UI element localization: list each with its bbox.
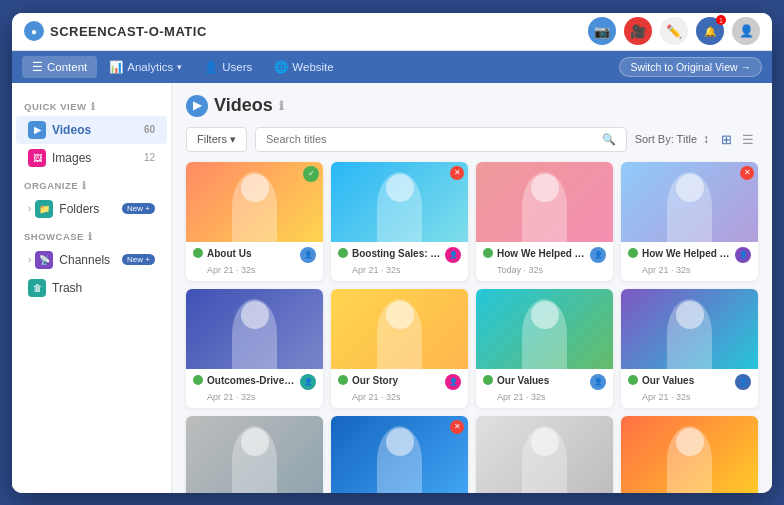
notification-icon[interactable]: 🔔 1 — [696, 17, 724, 45]
sort-direction-button[interactable]: ↕ — [703, 132, 709, 146]
logo-area: ● SCREENCAST-O-MATIC — [24, 21, 588, 41]
app-title: SCREENCAST-O-MATIC — [50, 24, 207, 39]
organize-label: ORGANIZE — [24, 180, 78, 191]
page-title: Videos — [214, 95, 273, 116]
video-thumbnail — [476, 162, 613, 242]
thumb-figure: ✕ — [331, 162, 468, 242]
content-tab-icon: ☰ — [32, 60, 43, 74]
thumb-figure — [186, 416, 323, 493]
video-avatar: 👤 — [735, 374, 751, 390]
thumb-figure — [621, 416, 758, 493]
video-title: How We Helped X&Co — [642, 247, 731, 260]
thumb-x-icon: ✕ — [450, 420, 464, 434]
camera-icon[interactable]: 📷 — [588, 17, 616, 45]
website-tab-icon: 🌐 — [274, 60, 288, 74]
search-input[interactable] — [266, 133, 596, 145]
tab-content[interactable]: ☰ Content — [22, 56, 97, 78]
thumb-figure — [476, 416, 613, 493]
video-card[interactable]: Outcomes-Driven Ap...👤Apr 21 · 32s — [186, 289, 323, 408]
video-status-dot — [628, 248, 638, 258]
video-info: Apr 21 · 32s — [628, 265, 751, 275]
filters-label: Filters ▾ — [197, 133, 236, 146]
video-status-dot — [483, 248, 493, 258]
video-card[interactable]: ✕Boosting Sales: X&Co👤Apr 21 · 32s — [331, 162, 468, 281]
page-title-icon: ▶ — [186, 95, 208, 117]
thumb-figure: ✕ — [621, 162, 758, 242]
showcase-info-icon: ℹ — [88, 231, 93, 242]
video-meta: How We Helped X&Co👤Apr 21 · 32s — [621, 242, 758, 281]
video-card[interactable]: How We Helped X&Co👤Today · 32s — [476, 162, 613, 281]
video-status-dot — [193, 375, 203, 385]
trash-label: Trash — [52, 281, 82, 295]
switch-view-button[interactable]: Switch to Original View → — [619, 57, 762, 77]
video-status-dot — [628, 375, 638, 385]
logo-icon: ● — [24, 21, 44, 41]
video-status-dot — [483, 375, 493, 385]
video-card[interactable]: ✕How We Helped X&Co👤Apr 21 · 32s — [621, 162, 758, 281]
sidebar: QUICK VIEW ℹ ▶ Videos 60 🖼 Images 12 ORG… — [12, 83, 172, 493]
thumb-figure — [621, 289, 758, 369]
video-card[interactable]: ✓About Us👤Apr 21 · 32s — [186, 162, 323, 281]
edit-icon[interactable]: ✏️ — [660, 17, 688, 45]
video-card[interactable]: The Numbers: Young...👤Apr 21 · 32s — [476, 416, 613, 493]
video-info: Apr 21 · 32s — [338, 265, 461, 275]
video-card[interactable]: Our Story👤Apr 21 · 32s — [331, 289, 468, 408]
sidebar-item-videos[interactable]: ▶ Videos 60 — [16, 116, 167, 144]
tab-users[interactable]: 👤 Users — [194, 56, 262, 78]
video-info: Apr 21 · 32s — [628, 392, 751, 402]
video-info: Apr 21 · 32s — [193, 392, 316, 402]
video-title-row: How We Helped X&Co👤 — [483, 247, 606, 263]
video-title: Boosting Sales: X&Co — [352, 247, 441, 260]
sort-label: Sort By: Title — [635, 133, 697, 145]
showcase-section: SHOWCASE ℹ — [12, 223, 171, 246]
video-title-row: Our Values👤 — [628, 374, 751, 390]
sidebar-item-folders[interactable]: › 📁 Folders New + — [16, 195, 167, 223]
folders-badge: New + — [122, 203, 155, 214]
video-card[interactable]: Our Values👤Apr 21 · 32s — [476, 289, 613, 408]
video-card[interactable]: ✕Sales Lift: Merriweati...👤Apr 21 · 32s — [331, 416, 468, 493]
tab-website[interactable]: 🌐 Website — [264, 56, 343, 78]
filters-button[interactable]: Filters ▾ — [186, 127, 247, 152]
sidebar-item-images[interactable]: 🖼 Images 12 — [16, 144, 167, 172]
video-info: Today · 32s — [483, 265, 606, 275]
video-meta: About Us👤Apr 21 · 32s — [186, 242, 323, 281]
video-icon[interactable]: 🎥 — [624, 17, 652, 45]
video-info: Apr 21 · 32s — [483, 392, 606, 402]
content-tab-label: Content — [47, 61, 87, 73]
thumb-figure: ✕ — [331, 416, 468, 493]
user-avatar[interactable]: 👤 — [732, 17, 760, 45]
channels-expand-icon: › — [28, 254, 31, 265]
video-card[interactable]: The Numbers: Young...👤Apr 21 · 32s — [621, 416, 758, 493]
app-window: ● SCREENCAST-O-MATIC 📷 🎥 ✏️ 🔔 1 👤 ☰ Cont… — [12, 13, 772, 493]
channels-label: Channels — [59, 253, 110, 267]
trash-icon: 🗑 — [28, 279, 46, 297]
video-info: Apr 21 · 32s — [193, 265, 316, 275]
thumb-figure — [476, 162, 613, 242]
video-card[interactable]: Our Values👤Apr 21 · 32s — [621, 289, 758, 408]
list-view-button[interactable]: ☰ — [738, 130, 758, 149]
sort-control: Sort By: Title ↕ — [635, 132, 709, 146]
video-title-row: Outcomes-Driven Ap...👤 — [193, 374, 316, 390]
view-toggle: ⊞ ☰ — [717, 130, 758, 149]
video-meta: Our Story👤Apr 21 · 32s — [331, 369, 468, 408]
grid-view-button[interactable]: ⊞ — [717, 130, 736, 149]
sidebar-item-trash[interactable]: 🗑 Trash — [16, 274, 167, 302]
search-box: 🔍 — [255, 127, 627, 152]
images-count: 12 — [144, 152, 155, 163]
video-status-dot — [338, 248, 348, 258]
organize-info-icon: ℹ — [82, 180, 87, 191]
video-card[interactable]: Principles We Stand By ...👤Apr 21 · 32s — [186, 416, 323, 493]
video-title-row: Boosting Sales: X&Co👤 — [338, 247, 461, 263]
video-title: Our Story — [352, 374, 441, 387]
video-thumbnail: ✓ — [186, 162, 323, 242]
video-title: How We Helped X&Co — [497, 247, 586, 260]
video-thumbnail: ✕ — [621, 162, 758, 242]
video-grid: ✓About Us👤Apr 21 · 32s✕Boosting Sales: X… — [186, 162, 758, 493]
video-avatar: 👤 — [590, 374, 606, 390]
video-avatar: 👤 — [445, 247, 461, 263]
sidebar-item-channels[interactable]: › 📡 Channels New + — [16, 246, 167, 274]
title-bar: ● SCREENCAST-O-MATIC 📷 🎥 ✏️ 🔔 1 👤 — [12, 13, 772, 51]
tab-analytics[interactable]: 📊 Analytics ▾ — [99, 56, 192, 78]
videos-count: 60 — [144, 124, 155, 135]
thumb-x-icon: ✕ — [450, 166, 464, 180]
